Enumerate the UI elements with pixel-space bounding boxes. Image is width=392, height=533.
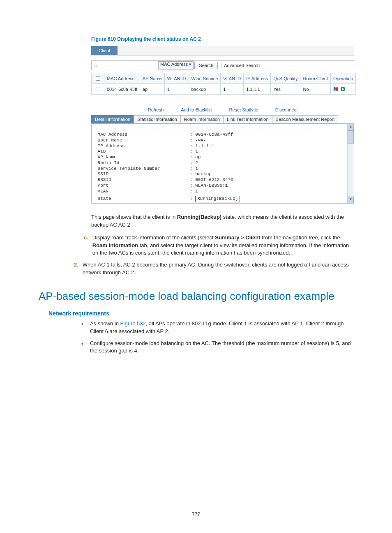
bullet-item: • Configure session-mode load balancing … — [81, 340, 353, 355]
text: As shown in — [90, 320, 120, 327]
cell-roam: No — [300, 84, 331, 95]
select-all-checkbox[interactable] — [96, 76, 100, 81]
subheading-network-req: Network requirements — [48, 310, 353, 317]
cell-qos: Yes — [271, 84, 300, 95]
search-button[interactable]: Search — [194, 62, 218, 69]
step-c: c. Display roam-track information of the… — [84, 234, 353, 257]
cell-apname: ap — [140, 84, 164, 95]
col-mac[interactable]: MAC Address — [104, 73, 140, 84]
text-bold: Client — [245, 234, 260, 241]
blacklist-button[interactable]: Add to Blacklist — [178, 106, 214, 114]
refresh-button[interactable]: Refresh — [145, 106, 167, 114]
table-row: 0014-6c8a-43ff ap 1 backup 1 1.1.1.1 Yes… — [92, 84, 356, 95]
select-value: MAC Address — [160, 62, 188, 67]
text: Display roam-track information of the cl… — [92, 234, 215, 241]
col-wlanid[interactable]: WLAN ID — [164, 73, 189, 84]
col-ip[interactable]: IP Address — [244, 73, 271, 84]
subtab-statistic[interactable]: Statistic Information — [134, 115, 181, 123]
text-bold: Running(Backup) — [177, 214, 221, 220]
advanced-search-link[interactable]: Advanced Search — [221, 63, 260, 68]
search-bar: ⌕ MAC Address ▾ Search Advanced Search — [91, 60, 354, 70]
text: This page shows that the client is in — [91, 214, 177, 220]
col-qos[interactable]: QoS Quality — [271, 73, 300, 84]
text: > — [239, 234, 245, 241]
subtab-detail[interactable]: Detail Information — [91, 115, 134, 123]
subtab-roam[interactable]: Roam Information — [180, 115, 224, 123]
detail-panel: ----------------------------------------… — [91, 123, 354, 204]
tabbar: Client — [91, 46, 354, 56]
reset-button[interactable]: Reset Statistic — [226, 106, 261, 114]
bullet-item: • As shown in Figure 532, all APs operat… — [81, 320, 353, 336]
figure-caption: Figure 810 Displaying the client status … — [91, 36, 353, 42]
step-label: 2. — [74, 261, 78, 277]
col-service[interactable]: Wlan Service — [189, 73, 221, 84]
col-apname[interactable]: AP Name — [140, 73, 164, 84]
col-op[interactable]: Operation — [330, 73, 355, 84]
scroll-up-icon[interactable]: ▲ — [348, 124, 354, 130]
detail-lines: MAC Address : 0014-6c8a-43ff User Name :… — [92, 131, 354, 195]
subtab-beacon[interactable]: Beacon Measurement Report — [272, 115, 339, 123]
subtab-linktest[interactable]: Link Test Information — [223, 115, 272, 123]
cell-wlanid: 1 — [164, 84, 189, 95]
paragraph-running-backup: This page shows that the client is in Ru… — [91, 213, 354, 229]
cell-operation — [330, 84, 355, 95]
scrollbar[interactable]: ▲ ▼ — [347, 124, 354, 203]
disconnect-button[interactable]: Disconnect — [272, 106, 300, 114]
detail-state-line: State : Running(Backup) — [92, 195, 354, 203]
text: When AC 1 fails, AC 2 becomes the primar… — [83, 261, 353, 277]
search-input[interactable] — [99, 62, 157, 69]
action-button-row: Refresh Add to Blacklist Reset Statistic… — [91, 106, 354, 114]
step-label: c. — [84, 234, 88, 257]
state-value: Running(Backup) — [195, 196, 240, 202]
subtab-row: Detail Information Statistic Information… — [91, 115, 354, 123]
row-checkbox[interactable] — [96, 87, 100, 91]
cell-ip: 1.1.1.1 — [244, 84, 271, 95]
client-table: MAC Address AP Name WLAN ID Wlan Service… — [91, 73, 356, 95]
search-field-select[interactable]: MAC Address ▾ — [158, 61, 194, 70]
select-all-header[interactable] — [92, 73, 104, 84]
col-vlan[interactable]: VLAN ID — [221, 73, 244, 84]
bullet-icon: • — [81, 320, 83, 336]
search-icon: ⌕ — [92, 63, 98, 68]
text: Configure session-mode load balancing on… — [90, 340, 353, 355]
text: from the navigation tree, click the — [260, 234, 340, 241]
chevron-down-icon: ▾ — [189, 62, 191, 67]
bullet-icon: • — [81, 340, 83, 355]
page-number: 777 — [0, 512, 392, 517]
section-heading: AP-based session-mode load balancing con… — [39, 290, 353, 303]
play-icon[interactable] — [340, 86, 346, 92]
text-bold: Summary — [215, 234, 239, 241]
figure-link[interactable]: Figure 532 — [120, 320, 146, 327]
col-roam[interactable]: Roam Client — [300, 73, 331, 84]
text-bold: Roam Information — [92, 242, 138, 248]
delete-icon[interactable] — [333, 86, 339, 92]
embedded-screenshot: Client ⌕ MAC Address ▾ Search Advanced S… — [91, 46, 354, 204]
cell-mac[interactable]: 0014-6c8a-43ff — [104, 84, 140, 95]
cell-vlan: 1 — [221, 84, 244, 95]
cell-service: backup — [189, 84, 221, 95]
step-2: 2. When AC 1 fails, AC 2 becomes the pri… — [74, 261, 353, 277]
scroll-thumb[interactable] — [348, 130, 354, 144]
detail-separator: ----------------------------------------… — [92, 125, 354, 131]
state-label: State — [98, 196, 111, 201]
tab-client[interactable]: Client — [91, 46, 118, 55]
scroll-down-icon[interactable]: ▼ — [348, 197, 354, 203]
